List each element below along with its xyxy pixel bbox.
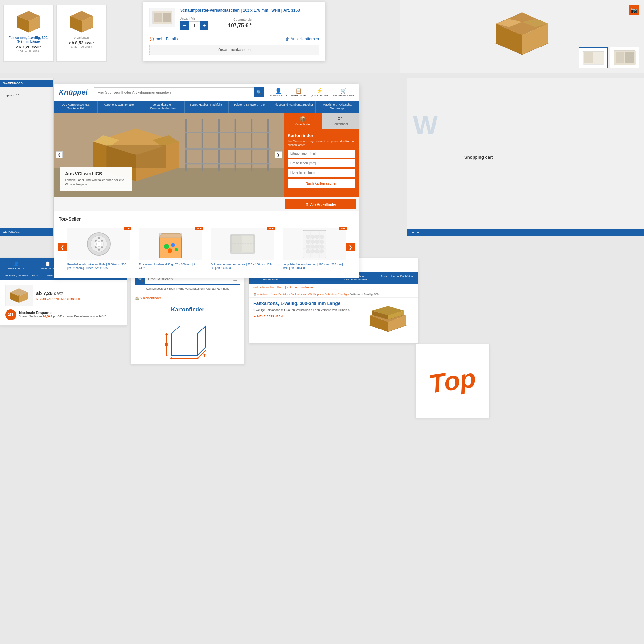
- gesamtpreis-group: Gesamtpreis 107,75 € *: [228, 18, 252, 29]
- main-browser: Knüppel 🔍 👤 MEIN KONTO 📋 MERKLISTE ⚡ QUI…: [54, 84, 359, 278]
- search-button[interactable]: 🔍: [254, 87, 264, 97]
- hero-nav-left[interactable]: ❮: [56, 151, 63, 158]
- product-variants-2: 9 Varianten: [74, 36, 89, 39]
- top-right-box-svg: [476, 4, 568, 69]
- cart-item-details: Schaumpolster-Versandtaschen | 102 x 178…: [180, 8, 319, 30]
- bl-sub-item-0[interactable]: Klebeband, Varnband, Zubehör: [0, 274, 42, 277]
- top-badge-2: TOP: [195, 227, 203, 230]
- product-img-4: [283, 228, 346, 260]
- bm-kartonfinder-link[interactable]: Kartonfinder: [143, 296, 161, 300]
- product-unit-note-2: 1 VE = 20 Stück: [71, 45, 92, 48]
- hero-nav-right[interactable]: ❯: [275, 151, 282, 158]
- top-badge-1: TOP: [124, 227, 131, 230]
- remove-item-link[interactable]: 🗑 Artikel entfernen: [286, 37, 319, 41]
- br-home[interactable]: 🏠: [253, 293, 257, 296]
- total-price: 107,75 € *: [228, 23, 252, 29]
- br-bc-4: Faltkartons, 1-wellig, 300-...: [350, 293, 382, 296]
- nav-item-5[interactable]: Klebeband, Varnband, Zubehör: [272, 101, 316, 113]
- svg-marker-87: [171, 326, 206, 334]
- list-icon: 📋: [295, 88, 302, 94]
- bl-variant-link[interactable]: ► ZUR VARIANTENÜBERSICHT: [36, 297, 122, 301]
- product-name-2: Druckverschlussbeutel 50 g | 70 x 100 mm…: [139, 263, 202, 270]
- br-product-desc: 1-wellige Faltkartons mit Klauen-Verschl…: [253, 308, 359, 313]
- qty-input[interactable]: [189, 21, 200, 30]
- svg-point-65: [311, 240, 315, 244]
- camera-icon-btn[interactable]: 📷: [629, 5, 639, 15]
- bm-kartonfinder-title: Kartonfinder: [136, 306, 239, 313]
- br-sub-3[interactable]: Beutel, Hauben, Flachfolien: [376, 274, 418, 283]
- svg-point-70: [315, 245, 319, 248]
- top-label-badge: Top: [415, 344, 490, 418]
- search-karton-btn[interactable]: Nach Karton suchen: [288, 179, 355, 188]
- br-bc-1[interactable]: Kartons, Kisten, Behälter: [259, 293, 288, 296]
- product-card-1: Faltkartons, 1-wellig, 300-349 mm Länge …: [3, 5, 54, 62]
- svg-marker-96: [165, 355, 168, 356]
- bl-price: ab 7,26 € /VE*: [36, 290, 122, 296]
- product-price-2: ab 8,53 € /VE*: [69, 40, 94, 45]
- br-bc-3[interactable]: Faltkartons 1-wellig: [324, 293, 347, 296]
- finder-sidebar: 📦 Kartonfinder 🛍 Beutelfinder Kartonfind…: [284, 113, 359, 197]
- nav-bar: VCI, Korrosionsschutz, Trockenmittel Kar…: [54, 101, 359, 113]
- bl-mein-konto[interactable]: 👤 MEIN KONTO: [0, 260, 32, 271]
- nav-item-3[interactable]: Beutel, Hauben, Flachfolien: [185, 101, 228, 113]
- merkliste-btn[interactable]: 📋 MERKLISTE: [291, 88, 306, 97]
- more-details-link[interactable]: ❯❯ mehr Details: [149, 37, 178, 41]
- kartonfinder-tab[interactable]: 📦 Kartonfinder: [284, 113, 322, 129]
- svg-point-68: [306, 245, 310, 248]
- quickorder-btn[interactable]: ⚡ QUICKORDER: [311, 88, 328, 97]
- svg-rect-31: [185, 148, 270, 150]
- svg-point-52: [171, 243, 175, 247]
- trash-icon: 🗑: [286, 37, 289, 41]
- svg-point-73: [311, 249, 315, 253]
- products-nav-left-btn[interactable]: ❮: [58, 243, 67, 251]
- svg-point-66: [315, 240, 319, 244]
- bm-home-icon[interactable]: 🏠: [135, 296, 139, 300]
- br-mehr-erfahren[interactable]: ► MEHR ERFAHREN: [253, 315, 359, 318]
- svg-point-43: [95, 240, 97, 242]
- product-title-1: Faltkartons, 1-wellig, 300-349 mm Länge: [7, 36, 50, 43]
- side-panel-warenkorb: WARENKORB: [0, 80, 53, 87]
- alle-artikelfinder-btn[interactable]: ⚙ Alle Artikelfinder: [285, 199, 356, 209]
- br-bc-2[interactable]: Faltkartons aus Wellpappe: [291, 293, 322, 296]
- beutelfinder-tab[interactable]: 🛍 Beutelfinder: [322, 113, 359, 129]
- svg-rect-20: [616, 52, 624, 63]
- bl-savings-text: Maximale Ersparnis Sparen Sie bis zu 26,…: [19, 311, 106, 319]
- mein-konto-btn[interactable]: 👤 MEIN KONTO: [270, 88, 287, 97]
- nav-item-6[interactable]: Maschinen, Packtische, Werkzeuge: [316, 101, 359, 113]
- laenge-input[interactable]: [288, 150, 355, 158]
- products-nav-right-btn[interactable]: ❯: [346, 243, 355, 251]
- product-card-aircushion: TOP: [280, 225, 349, 273]
- hero-image: ❮ ❯ Aus VCI wird ICB Längere Lager- und …: [54, 113, 284, 197]
- product-img-3: [211, 228, 274, 260]
- svg-marker-88: [197, 326, 206, 355]
- qty-decrease-btn[interactable]: −: [180, 21, 189, 30]
- cart-btn[interactable]: 🛒 SHOPPING CART: [333, 88, 354, 97]
- nav-item-0[interactable]: VCI, Korrosionsschutz, Trockenmittel: [54, 101, 98, 113]
- bl-product-row: ab 7,26 € /VE* ► ZUR VARIANTENÜBERSICHT: [5, 285, 122, 306]
- products-row-container: TOP: [59, 225, 354, 273]
- side-panel-left: WARENKORB ...ige von 16 WERKZEUGE: [0, 78, 54, 236]
- qty-increase-btn[interactable]: +: [200, 21, 208, 30]
- svg-rect-10: [163, 13, 171, 22]
- chevron-icon: ❯❯: [149, 37, 154, 41]
- alle-artikelfinder-container: ⚙ Alle Artikelfinder: [54, 197, 359, 211]
- box-diagram-svg: H B T: [162, 318, 214, 360]
- nav-item-4[interactable]: Polstern, Schützen, Füllen: [229, 101, 272, 113]
- svg-text:B: B: [183, 359, 186, 360]
- nav-item-1[interactable]: Kartone, Kisten, Behälter: [98, 101, 141, 113]
- bl-savings-badge: 253: [5, 309, 16, 320]
- thumb-2[interactable]: [610, 47, 639, 68]
- nav-item-2[interactable]: Versandtaschen, Dokumententaschen: [141, 101, 185, 113]
- cart-item-name: Schaumpolster-Versandtaschen | 102 x 178…: [180, 8, 319, 13]
- svg-rect-21: [625, 52, 634, 63]
- product-name-4: Luftpolster-Versandtaschen | 180 mm x 26…: [283, 263, 346, 270]
- thumb-1[interactable]: [579, 47, 608, 68]
- br-tagline-text: Kein Mindestbestellwert | Keine Versandk…: [253, 286, 314, 289]
- svg-rect-59: [303, 230, 326, 258]
- hero-text-overlay: Aus VCI wird ICB Längere Lager- und Wirk…: [60, 167, 132, 191]
- top-badge-3: TOP: [267, 227, 275, 230]
- hoehe-input[interactable]: [288, 169, 355, 177]
- browser-header: Knüppel 🔍 👤 MEIN KONTO 📋 MERKLISTE ⚡ QUI…: [54, 84, 359, 101]
- breite-input[interactable]: [288, 159, 355, 167]
- search-input[interactable]: [94, 90, 254, 94]
